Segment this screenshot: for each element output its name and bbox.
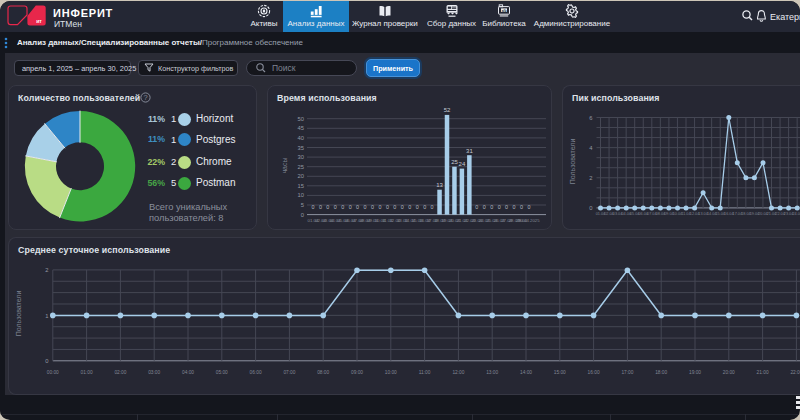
svg-text:20: 20 — [298, 173, 304, 179]
svg-text:0: 0 — [45, 358, 48, 364]
svg-text:0: 0 — [386, 204, 389, 210]
svg-text:13: 13 — [436, 182, 443, 188]
svg-text:0: 0 — [498, 204, 501, 210]
svg-text:12:00: 12:00 — [452, 370, 464, 375]
svg-text:25: 25 — [451, 159, 458, 165]
svg-text:18:00: 18:00 — [655, 370, 667, 375]
svg-text:0: 0 — [319, 204, 322, 210]
svg-text:5: 5 — [301, 202, 304, 208]
svg-text:0: 0 — [408, 204, 411, 210]
svg-text:19:00: 19:00 — [689, 370, 701, 375]
svg-text:03:00: 03:00 — [148, 370, 160, 375]
svg-text:0: 0 — [589, 205, 592, 211]
svg-text:30: 30 — [298, 154, 304, 160]
svg-text:13:00: 13:00 — [486, 370, 498, 375]
svg-text:4: 4 — [589, 145, 593, 151]
svg-text:0: 0 — [301, 212, 304, 218]
svg-text:00:00: 00:00 — [47, 370, 59, 375]
svg-text:20:00: 20:00 — [723, 370, 735, 375]
svg-text:11:00: 11:00 — [419, 370, 431, 375]
svg-text:0: 0 — [490, 204, 493, 210]
svg-text:0: 0 — [520, 204, 523, 210]
svg-text:0: 0 — [401, 204, 404, 210]
svg-text:09:00: 09:00 — [351, 370, 363, 375]
svg-text:0: 0 — [311, 204, 314, 210]
svg-text:0: 0 — [505, 204, 508, 210]
svg-text:24.04: 24.04 — [792, 212, 800, 216]
svg-text:0: 0 — [475, 204, 478, 210]
svg-text:02:00: 02:00 — [114, 370, 126, 375]
svg-text:2: 2 — [45, 267, 48, 273]
svg-text:22:00: 22:00 — [790, 370, 800, 375]
svg-text:35: 35 — [298, 145, 304, 151]
svg-text:01:00: 01:00 — [81, 370, 93, 375]
svg-text:0: 0 — [341, 204, 344, 210]
svg-text:0: 0 — [356, 204, 359, 210]
svg-text:17:00: 17:00 — [621, 370, 633, 375]
svg-text:1: 1 — [45, 313, 48, 319]
svg-text:52: 52 — [444, 107, 451, 113]
svg-text:05:00: 05:00 — [216, 370, 228, 375]
svg-text:21:00: 21:00 — [757, 370, 769, 375]
svg-text:6: 6 — [589, 115, 592, 121]
svg-text:50: 50 — [298, 116, 304, 122]
svg-text:10:00: 10:00 — [385, 370, 397, 375]
svg-text:24: 24 — [459, 161, 466, 167]
svg-text:0: 0 — [364, 204, 367, 210]
svg-text:45: 45 — [298, 125, 304, 131]
svg-text:a/b: a/b — [502, 9, 507, 13]
svg-text:0: 0 — [393, 204, 396, 210]
svg-text:ит: ит — [36, 18, 42, 24]
svg-text:25: 25 — [298, 164, 304, 170]
svg-text:0: 0 — [371, 204, 374, 210]
svg-text:16:00: 16:00 — [588, 370, 600, 375]
svg-text:31: 31 — [466, 148, 473, 154]
svg-text:0: 0 — [483, 204, 486, 210]
svg-text:0: 0 — [326, 204, 329, 210]
svg-text:0: 0 — [431, 204, 434, 210]
svg-text:15:00: 15:00 — [554, 370, 566, 375]
svg-text:30.04.2025: 30.04.2025 — [518, 218, 540, 223]
svg-text:08:00: 08:00 — [317, 370, 329, 375]
svg-text:0: 0 — [349, 204, 352, 210]
svg-text:0: 0 — [513, 204, 516, 210]
svg-text:06:00: 06:00 — [250, 370, 262, 375]
svg-text:0: 0 — [334, 204, 337, 210]
svg-text:14:00: 14:00 — [520, 370, 532, 375]
svg-text:04:00: 04:00 — [182, 370, 194, 375]
svg-text:0: 0 — [423, 204, 426, 210]
svg-text:10: 10 — [298, 192, 304, 198]
svg-text:0: 0 — [527, 204, 530, 210]
svg-text:07:00: 07:00 — [283, 370, 295, 375]
svg-text:2: 2 — [589, 175, 592, 181]
svg-text:0: 0 — [378, 204, 381, 210]
svg-text:0: 0 — [416, 204, 419, 210]
svg-text:40: 40 — [298, 135, 304, 141]
svg-text:15: 15 — [298, 183, 304, 189]
